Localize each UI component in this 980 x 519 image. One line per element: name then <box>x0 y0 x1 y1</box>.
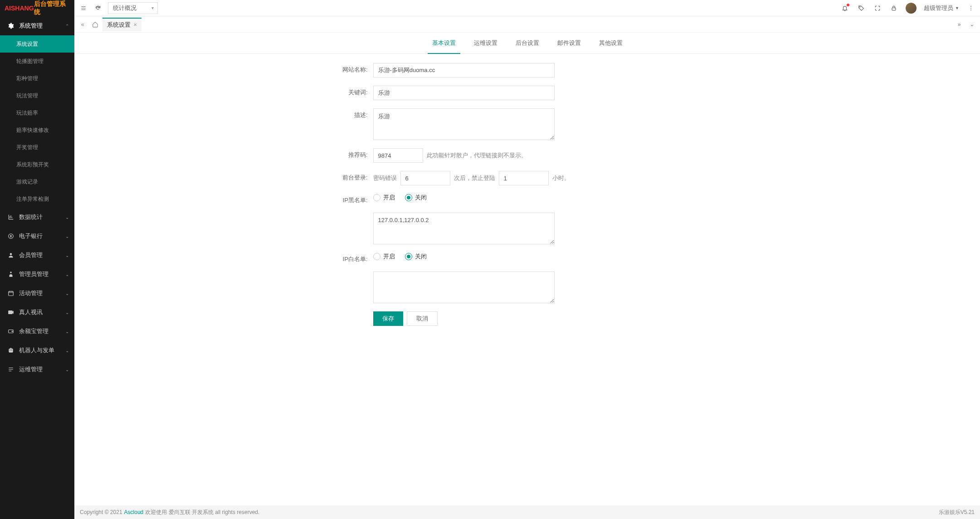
content-tab-mail[interactable]: 邮件设置 <box>548 33 590 53</box>
bell-icon[interactable] <box>840 4 849 13</box>
ip-black-radio-on[interactable]: 开启 <box>373 194 395 202</box>
submenu-label: 注单异常检测 <box>16 195 49 203</box>
submenu-item-draw-manage[interactable]: 开奖管理 <box>0 139 74 156</box>
wallet-icon <box>7 328 15 335</box>
keywords-input[interactable] <box>373 86 555 100</box>
ip-black-textarea[interactable] <box>373 213 555 244</box>
radio-label: 关闭 <box>415 252 427 261</box>
content-tab-label: 后台设置 <box>516 39 539 46</box>
menu-label: 管理员管理 <box>19 270 49 278</box>
desc-textarea[interactable] <box>373 108 555 140</box>
submenu-label: 开奖管理 <box>16 144 38 151</box>
logo-brand-b: 后台管理系统 <box>34 0 70 16</box>
submenu-item-carousel[interactable]: 轮播图管理 <box>0 53 74 70</box>
calendar-icon <box>7 290 15 297</box>
svg-point-7 <box>970 8 971 9</box>
topbar-dropdown[interactable]: 统计概况 <box>108 2 158 14</box>
radio-icon <box>405 253 412 260</box>
submenu-item-play-manage[interactable]: 玩法管理 <box>0 87 74 104</box>
login-hours-input[interactable] <box>499 171 549 185</box>
tab-close-icon[interactable]: ✕ <box>133 22 137 27</box>
tab-system-settings[interactable]: 系统设置 ✕ <box>102 18 141 31</box>
ops-icon <box>7 366 15 373</box>
submenu-item-lottery-type[interactable]: 彩种管理 <box>0 70 74 87</box>
refresh-icon[interactable] <box>93 4 102 13</box>
submenu-label: 游戏记录 <box>16 178 38 186</box>
submenu-item-predraw[interactable]: 系统彩预开奖 <box>0 156 74 173</box>
menu-group-live[interactable]: 真人视讯 ⌄ <box>0 303 74 322</box>
tabbar: « 系统设置 ✕ » ⌄ <box>74 16 980 33</box>
content-tab-label: 基本设置 <box>432 39 456 46</box>
chevron-down-icon: ⌄ <box>65 310 69 315</box>
submenu-label: 玩法赔率 <box>16 109 38 117</box>
submenu-label: 系统设置 <box>16 40 38 48</box>
site-name-label: 网站名称: <box>332 63 373 74</box>
ref-code-input[interactable] <box>373 148 423 163</box>
video-icon <box>7 309 15 316</box>
gear-icon <box>7 22 15 29</box>
tabs-menu-icon[interactable]: ⌄ <box>966 19 977 30</box>
tabs-next-icon[interactable]: » <box>954 19 965 30</box>
svg-point-6 <box>970 6 971 7</box>
chevron-down-icon: ⌄ <box>65 291 69 296</box>
content-tab-backend[interactable]: 后台设置 <box>507 33 548 53</box>
fullscreen-icon[interactable] <box>873 4 882 13</box>
chevron-up-icon: ⌃ <box>65 24 69 29</box>
footer-link[interactable]: Ascloud <box>124 509 144 515</box>
user-icon <box>7 252 15 259</box>
svg-point-3 <box>12 331 13 332</box>
menu-group-stats[interactable]: 数据统计 ⌄ <box>0 208 74 227</box>
menu-toggle-icon[interactable] <box>79 4 88 13</box>
coin-icon <box>7 233 15 240</box>
menu-group-ops[interactable]: 运维管理 ⌄ <box>0 360 74 379</box>
menu-group-bank[interactable]: 电子银行 ⌄ <box>0 227 74 246</box>
svg-point-4 <box>859 6 860 7</box>
menu-group-system[interactable]: 系统管理 ⌃ <box>0 16 74 35</box>
badge-dot <box>847 4 849 6</box>
save-button[interactable]: 保存 <box>373 311 403 326</box>
submenu-label: 彩种管理 <box>16 75 38 82</box>
submenu-item-play-odds[interactable]: 玩法赔率 <box>0 104 74 121</box>
footer-copyright-pre: Copyright © 2021 <box>80 509 122 515</box>
content-tab-other[interactable]: 其他设置 <box>590 33 632 53</box>
footer: Copyright © 2021 Ascloud 欢迎使用 爱尚互联 开发系统 … <box>74 505 980 519</box>
dropdown-value: 统计概况 <box>113 4 137 12</box>
content: 基本设置 运维设置 后台设置 邮件设置 其他设置 网站名称: 关键词: <box>74 33 980 519</box>
avatar[interactable] <box>906 3 917 14</box>
submenu-item-game-record[interactable]: 游戏记录 <box>0 173 74 190</box>
login-attempts-input[interactable] <box>400 171 450 185</box>
ref-code-label: 推荐码: <box>332 148 373 159</box>
logo: AISHANG后台管理系统 <box>0 0 74 16</box>
content-tab-label: 运维设置 <box>474 39 497 46</box>
menu-group-wallet[interactable]: 余额宝管理 ⌄ <box>0 322 74 341</box>
admin-icon <box>7 271 15 278</box>
submenu-item-odds-quick[interactable]: 赔率快速修改 <box>0 121 74 139</box>
content-tab-ops[interactable]: 运维设置 <box>465 33 507 53</box>
more-icon[interactable] <box>966 4 975 13</box>
user-name-text: 超级管理员 <box>924 4 953 12</box>
lock-icon[interactable] <box>889 4 898 13</box>
submenu-item-order-abnormal[interactable]: 注单异常检测 <box>0 190 74 208</box>
menu-group-activity[interactable]: 活动管理 ⌄ <box>0 284 74 303</box>
cancel-button[interactable]: 取消 <box>407 311 438 326</box>
ip-white-radio-on[interactable]: 开启 <box>373 252 395 261</box>
menu-group-member[interactable]: 会员管理 ⌄ <box>0 246 74 265</box>
user-menu[interactable]: 超级管理员▼ <box>924 4 959 12</box>
menu-label: 余额宝管理 <box>19 327 49 335</box>
ip-white-textarea[interactable] <box>373 272 555 303</box>
content-tab-basic[interactable]: 基本设置 <box>423 33 465 53</box>
tab-label: 系统设置 <box>107 21 131 29</box>
menu-group-admin[interactable]: 管理员管理 ⌄ <box>0 265 74 284</box>
submenu-item-system-settings[interactable]: 系统设置 <box>0 35 74 53</box>
ip-white-radio-off[interactable]: 关闭 <box>405 252 427 261</box>
menu-label: 真人视讯 <box>19 308 43 316</box>
tag-icon[interactable] <box>857 4 866 13</box>
radio-label: 开启 <box>383 194 395 202</box>
menu-group-bot[interactable]: 机器人与发单 ⌄ <box>0 341 74 360</box>
ip-black-radio-off[interactable]: 关闭 <box>405 194 427 202</box>
tab-home-icon[interactable] <box>89 18 102 31</box>
site-name-input[interactable] <box>373 63 555 78</box>
chevron-down-icon: ⌄ <box>65 215 69 220</box>
footer-copyright-suf: 欢迎使用 爱尚互联 开发系统 all rights reserved. <box>145 509 259 516</box>
tabs-prev-icon[interactable]: « <box>77 19 88 30</box>
